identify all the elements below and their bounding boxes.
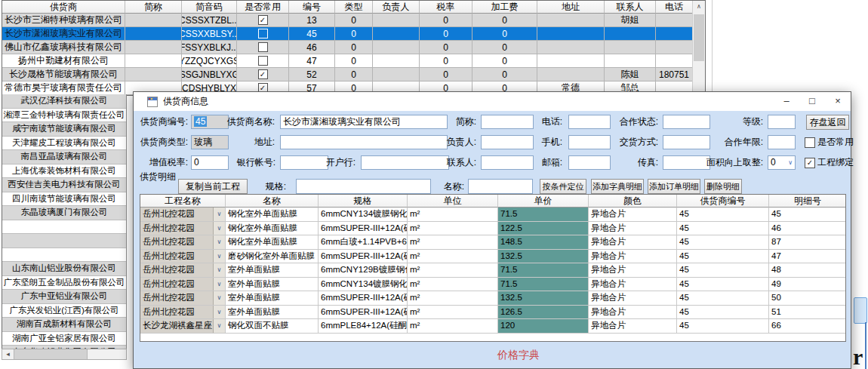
supplier-list-item[interactable]: 西安佳吉美电力科技有限公司 [2, 178, 126, 192]
supplier-list-item[interactable]: 广东中亚铝业有限公司 [2, 290, 126, 304]
detail-grid-row[interactable]: 岳州北控花园∨室外单面贴膜6mmSUPER-III+12A(硅...m²126.… [140, 306, 845, 320]
abbr-input[interactable] [481, 115, 534, 129]
detail-grid-row[interactable]: 岳州北控花园∨室外单面贴膜6mmCNY134镀膜钢化m²71.5异地合片4549 [140, 278, 845, 292]
supplier-list-item[interactable]: 咸宁南玻节能玻璃有限公司 [2, 122, 126, 137]
fax-input[interactable] [663, 155, 710, 170]
name-filter-input[interactable] [468, 179, 533, 194]
column-header[interactable]: 负责人 [373, 1, 420, 14]
grade-input[interactable] [768, 115, 796, 129]
coop-years-input[interactable] [768, 135, 796, 149]
supplier-list-empty-row[interactable] [2, 220, 126, 235]
supplier-list-item[interactable]: 四川南玻节能玻璃有限公司 [2, 192, 126, 207]
vat-rate-input[interactable]: 0 [191, 155, 229, 170]
supplier-name-input[interactable]: 长沙市潇湘玻璃实业有限公司 [280, 115, 448, 129]
supplier-list-empty-row[interactable] [2, 234, 126, 248]
scroll-left-icon[interactable]: ◂ [2, 349, 14, 359]
column-header[interactable]: 地址 [537, 1, 605, 14]
table-row[interactable]: 长沙晟格节能玻璃有限公司CSSGJNBLYXGS✓52000陈姐180751 [2, 68, 705, 81]
column-header[interactable]: 编号 [289, 1, 335, 14]
project-name-combobox[interactable]: 岳州北控花园∨ [140, 250, 226, 264]
supplier-list-item[interactable]: 广东兴发铝业(江西)有限公司 [2, 304, 126, 318]
is-common-checkbox-cell[interactable] [237, 54, 289, 68]
supplier-list-item[interactable]: 湖南百成新材料有限公司 [2, 318, 126, 332]
scrollbar-thumb[interactable] [14, 349, 88, 359]
is-common-checkbox-cell[interactable] [237, 41, 289, 54]
detail-grid-row[interactable]: 岳州北控花园∨室外单面贴膜6mmCNY129B镀膜钢化m²71.5异地合片454… [140, 263, 845, 278]
close-icon[interactable]: × [825, 92, 851, 111]
detail-column-header[interactable]: 供货商编号 [677, 195, 769, 208]
is-common-checkbox-cell[interactable]: ✓ [237, 14, 289, 27]
mobile-input[interactable] [568, 135, 611, 149]
supplier-list-item[interactable]: 湘潭三金特种玻璃有限责任公司 [2, 109, 126, 123]
detail-column-header[interactable]: 工程名称 [140, 195, 226, 208]
add-dict-detail-button[interactable]: 添加字典明细 [591, 179, 644, 194]
vertical-scrollbar[interactable]: ∧ [692, 1, 705, 95]
table-row[interactable]: 长沙市三湘特种玻璃有限公司CSSSXTZBL...✓13000胡姐 [2, 14, 705, 27]
detail-column-header[interactable]: 明细号 [769, 195, 846, 208]
project-bind-checkbox[interactable]: ✓ 工程绑定 [805, 155, 854, 170]
table-row[interactable]: 佛山市亿鑫玻璃科技有限公司FSSYXBLKJ...46000 [2, 41, 705, 54]
column-header[interactable]: 简音码 [182, 1, 237, 14]
project-name-combobox[interactable]: 岳州北控花园∨ [140, 222, 226, 236]
scroll-up-icon[interactable]: ∧ [693, 1, 705, 13]
copy-current-project-button[interactable]: 复制当前工程 [178, 179, 248, 194]
detail-column-header[interactable]: 单位 [408, 195, 498, 208]
maximize-icon[interactable]: □ [799, 92, 825, 111]
phone-input[interactable] [568, 115, 611, 129]
supplier-list-item[interactable]: 湖南广亚全铝家居有限公司 [2, 332, 126, 346]
supplier-list-item[interactable]: 广东坚朗五金制品股份有限公司 [2, 276, 126, 291]
is-common-checkbox-cell[interactable]: ✓ [237, 68, 289, 81]
add-order-detail-button[interactable]: 添加订单明细 [648, 179, 700, 194]
dialog-titlebar[interactable]: 供货商信息 – □ × [134, 92, 851, 111]
delivery-method-input[interactable] [663, 135, 710, 149]
project-name-combobox[interactable]: 岳州北控花园∨ [140, 291, 226, 306]
table-row[interactable]: 扬州中勤建材有限公司YZZQJCYXGS47000 [2, 54, 705, 68]
column-header[interactable]: 税率 [420, 1, 472, 14]
column-header[interactable]: 类型 [335, 1, 373, 14]
detail-grid-row[interactable]: 岳州北控花园∨钢化室外单面贴膜6mm白玻+1.14PVB+6mm...m²148… [140, 235, 845, 250]
spec-filter-input[interactable] [296, 179, 431, 194]
locate-by-condition-button[interactable]: 按条件定位 [540, 179, 586, 194]
supplier-list-item[interactable]: 东晶玻璃厦门有限公司 [2, 206, 126, 220]
is-common-checkbox[interactable]: 是否常用 [805, 135, 854, 149]
supplier-no-input[interactable]: 45 [191, 115, 229, 129]
address-input[interactable] [280, 135, 448, 149]
email-input[interactable] [568, 155, 611, 170]
supplier-list-item[interactable]: 南昌亚晶玻璃有限公司 [2, 150, 126, 165]
supplier-list-item[interactable]: 上海优泰装饰材料有限公司 [2, 165, 126, 179]
supplier-list-item[interactable]: 山东南山铝业股份有限公司 [2, 262, 126, 276]
table-row[interactable]: 长沙市潇湘玻璃实业有限公司CSSXXBLSY...45000 [2, 27, 705, 41]
detail-column-header[interactable]: 名称 [226, 195, 319, 208]
project-name-combobox[interactable]: 岳州北控花园∨ [140, 235, 226, 250]
detail-grid-row[interactable]: 长沙龙湖祺鑫星座∨钢化双面不贴膜6mmPLE84+12A(硅酮胶...m²120… [140, 319, 845, 334]
project-name-combobox[interactable]: 岳州北控花园∨ [140, 208, 226, 222]
detail-grid-row[interactable]: 岳州北控花园∨室外单面贴膜6mmSUPER-III+12A(硅...m²132.… [140, 291, 845, 306]
column-header[interactable]: 供货商 [2, 1, 125, 14]
detail-grid-row[interactable]: 岳州北控花园∨钢化室外单面贴膜6mmCNY134镀膜钢化m²71.5异地合片45… [140, 208, 845, 222]
project-name-combobox[interactable]: 岳州北控花园∨ [140, 263, 226, 278]
coop-status-input[interactable] [663, 115, 710, 129]
column-header[interactable]: 联系人 [605, 1, 656, 14]
supplier-list-item[interactable]: 武汉亿泽科技有限公司 [2, 94, 126, 109]
project-name-combobox[interactable]: 长沙龙湖祺鑫星座∨ [140, 319, 226, 334]
minimize-icon[interactable]: – [774, 92, 799, 111]
supplier-list-empty-row[interactable] [2, 248, 126, 263]
horizontal-scrollbar[interactable]: ◂ [2, 349, 127, 360]
manager-input[interactable] [481, 135, 534, 149]
delete-detail-button[interactable]: 删除明细 [704, 179, 742, 194]
detail-column-header[interactable]: 单价 [498, 195, 589, 208]
column-header[interactable]: 简称 [125, 1, 182, 14]
contact-input[interactable] [481, 155, 534, 170]
detail-column-header[interactable]: 规格 [319, 195, 408, 208]
detail-grid-row[interactable]: 岳州北控花园∨钢化室外单面贴膜6mmSUPER-III+12A(硅...m²12… [140, 222, 845, 236]
column-header[interactable]: 加工费 [472, 1, 537, 14]
column-header[interactable]: 是否常用 [237, 1, 289, 14]
area-round-up-combobox[interactable]: 0∨ [768, 155, 796, 170]
supplier-list-item[interactable]: 天津耀皮工程玻璃有限公司 [2, 137, 126, 151]
bank-account-input[interactable] [280, 155, 328, 170]
scrollbar-thumb[interactable] [694, 14, 704, 61]
detail-column-header[interactable]: 颜色 [589, 195, 677, 208]
project-name-combobox[interactable]: 岳州北控花园∨ [140, 306, 226, 320]
column-header[interactable]: 电话 [656, 1, 693, 14]
project-name-combobox[interactable]: 岳州北控花园∨ [140, 278, 226, 292]
